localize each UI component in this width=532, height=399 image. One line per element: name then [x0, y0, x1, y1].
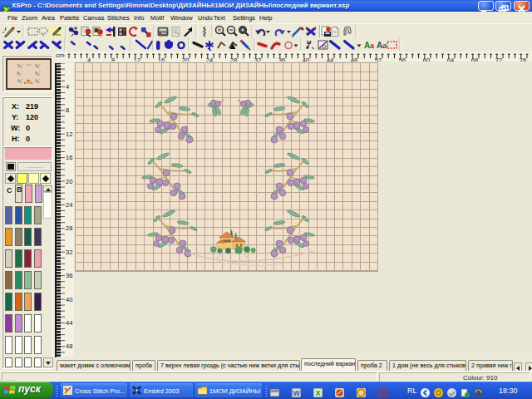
svg-text:a: a [382, 42, 387, 50]
svg-text:12: 12 [66, 131, 72, 138]
svg-text:8: 8 [66, 106, 69, 114]
svg-text:4: 4 [66, 83, 69, 91]
svg-text:32: 32 [66, 249, 72, 256]
svg-text:36: 36 [66, 272, 72, 279]
svg-text:16: 16 [66, 154, 72, 161]
svg-text:20: 20 [66, 178, 72, 185]
svg-text:24: 24 [66, 201, 72, 209]
svg-text:a: a [370, 42, 375, 50]
svg-text:X: X [315, 389, 320, 397]
svg-text:48: 48 [66, 342, 72, 350]
svg-text:44: 44 [66, 319, 72, 327]
svg-text:40: 40 [66, 296, 72, 303]
svg-text:W: W [293, 389, 300, 397]
svg-text:28: 28 [66, 224, 72, 232]
